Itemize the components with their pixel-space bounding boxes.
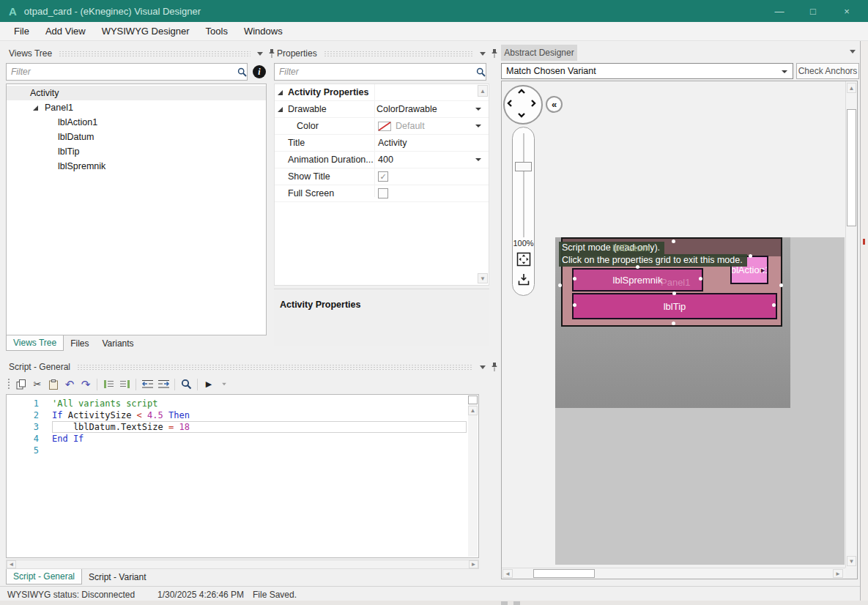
menu-tools[interactable]: Tools [198, 22, 236, 41]
variant-combobox[interactable]: Match Chosen Variant [501, 63, 793, 79]
close-button[interactable]: × [830, 0, 864, 22]
editor-vscroll-thumb[interactable] [468, 396, 478, 404]
anchor-handle[interactable] [558, 283, 562, 287]
search-icon[interactable] [178, 376, 194, 393]
anchor-handle[interactable] [772, 303, 776, 307]
designer-hscrollbar[interactable]: ◄ ► [502, 568, 845, 579]
search-icon[interactable] [476, 67, 486, 77]
grid-scroll-up-button[interactable]: ▲ [478, 85, 488, 97]
search-icon[interactable] [237, 67, 247, 77]
chevron-down-icon[interactable] [480, 52, 486, 56]
code-line[interactable]: 5 [7, 445, 467, 456]
anchor-handle[interactable] [573, 303, 576, 307]
property-group-row[interactable]: Activity Properties ▲ [275, 84, 489, 101]
editor-scroll-up-button[interactable]: ▲ [468, 406, 478, 415]
indent-right-icon[interactable] [116, 376, 133, 393]
toolbar-overflow-icon[interactable] [222, 383, 226, 386]
tree-node-lbltip[interactable]: lblTip [7, 144, 266, 159]
dropdown-arrow-icon[interactable] [475, 108, 481, 111]
designer-vscroll-thumb[interactable] [847, 109, 856, 226]
properties-filter-input[interactable] [275, 67, 476, 77]
indent-lines-icon[interactable] [155, 376, 171, 393]
property-row-full-screen[interactable]: Full Screen [275, 185, 489, 202]
menu-add-view[interactable]: Add View [37, 22, 94, 41]
tree-node-lblspremnik[interactable]: lblSpremnik [7, 159, 266, 174]
redo-icon[interactable]: ↷ [78, 376, 94, 393]
undo-icon[interactable]: ↶ [62, 376, 78, 393]
zoom-slider-track[interactable] [523, 133, 524, 237]
paste-icon[interactable] [45, 376, 62, 393]
anchor-handle[interactable] [636, 265, 639, 269]
run-script-icon[interactable]: ▶ [201, 376, 217, 393]
chevron-down-icon[interactable] [850, 50, 856, 53]
tree-node-lbldatum[interactable]: lblDatum [7, 130, 266, 144]
editor-hscrollbar[interactable]: ◄ ► [6, 560, 479, 569]
views-tree-filter-input[interactable] [7, 67, 237, 77]
title-value-field[interactable]: Activity [374, 135, 489, 151]
color-dropdown[interactable]: Default [374, 118, 489, 134]
editor-vscrollbar[interactable]: ▲ [468, 396, 478, 557]
copy-icon[interactable] [13, 376, 29, 393]
code-line[interactable]: 4End If [7, 433, 467, 445]
outdent-lines-icon[interactable] [139, 376, 155, 393]
group-expander-icon[interactable] [278, 90, 283, 95]
anchor-handle[interactable] [779, 283, 783, 287]
designer-scroll-right-button[interactable]: ► [833, 569, 843, 578]
anchor-handle[interactable] [672, 240, 675, 243]
zoom-slider-thumb[interactable] [515, 162, 532, 171]
tree-node-panel1[interactable]: Panel1 [7, 100, 266, 115]
chevron-down-icon[interactable] [480, 365, 486, 369]
tree-expander-icon[interactable] [33, 105, 38, 111]
tab-variants[interactable]: Variants [95, 335, 140, 351]
menu-file[interactable]: File [6, 22, 37, 41]
property-row-show-title[interactable]: Show Title ✓ [275, 168, 489, 185]
row-expander-icon[interactable] [278, 107, 283, 112]
anchor-handle[interactable] [672, 322, 675, 325]
animation-duration-dropdown[interactable]: 400 [374, 152, 489, 168]
dropdown-arrow-icon[interactable] [475, 125, 481, 127]
designer-scroll-down-button[interactable]: ▼ [847, 556, 856, 566]
anchor-handle[interactable] [573, 277, 576, 281]
pan-wheel-control[interactable] [503, 85, 543, 125]
check-anchors-button[interactable]: Check Anchors [796, 63, 859, 79]
show-title-checkbox[interactable]: ✓ [378, 171, 388, 182]
collapse-left-button[interactable]: « [546, 96, 563, 113]
editor-scroll-right-button[interactable]: ► [469, 560, 478, 568]
script-editor[interactable]: 1'All variants script2If ActivitySize < … [6, 394, 479, 558]
anchor-handle[interactable] [699, 277, 702, 281]
indent-left-icon[interactable] [100, 376, 116, 393]
code-line[interactable]: 1'All variants script [7, 398, 467, 409]
fit-to-screen-icon[interactable] [516, 252, 531, 267]
property-row-drawable[interactable]: Drawable ColorDrawable [275, 101, 489, 118]
tab-files[interactable]: Files [64, 335, 95, 351]
info-icon[interactable]: i [253, 65, 266, 78]
cut-icon[interactable]: ✂ [29, 376, 45, 393]
pin-icon[interactable] [491, 49, 498, 59]
toolbar-grip[interactable] [7, 378, 10, 390]
minimize-button[interactable]: — [763, 0, 796, 22]
grid-scroll-down-button[interactable]: ▼ [478, 273, 488, 283]
editor-scroll-left-button[interactable]: ◄ [7, 560, 16, 568]
code-line[interactable]: 2If ActivitySize < 4.5 Then [7, 409, 467, 421]
menu-windows[interactable]: Windows [236, 22, 291, 41]
tab-views-tree[interactable]: Views Tree [6, 335, 64, 351]
import-layout-icon[interactable] [516, 272, 531, 287]
pin-icon[interactable] [491, 363, 498, 372]
drawable-dropdown[interactable]: ColorDrawable [373, 101, 489, 117]
designer-vscrollbar[interactable]: ▲ ▼ [845, 81, 857, 568]
property-row-animation-duration[interactable]: Animation Duration... 400 [275, 152, 489, 168]
property-row-title[interactable]: Title Activity [275, 135, 489, 152]
tree-node-lblaction1[interactable]: lblAction1 [7, 115, 266, 130]
anchor-handle[interactable] [672, 292, 676, 295]
designer-scroll-left-button[interactable]: ◄ [502, 569, 513, 578]
tab-abstract-designer[interactable]: Abstract Designer [501, 45, 577, 61]
dropdown-arrow-icon[interactable] [475, 158, 481, 161]
chevron-down-icon[interactable] [257, 52, 263, 56]
designer-hscroll-thumb[interactable] [533, 569, 595, 578]
code-line[interactable]: 3 lblDatum.TextSize = 18 [7, 421, 467, 433]
maximize-button[interactable]: □ [796, 0, 830, 22]
tab-script-general[interactable]: Script - General [6, 569, 82, 584]
tree-node-activity[interactable]: Activity [7, 86, 266, 100]
tab-script-variant[interactable]: Script - Variant [82, 569, 152, 584]
designer-scroll-up-button[interactable]: ▲ [847, 83, 856, 93]
